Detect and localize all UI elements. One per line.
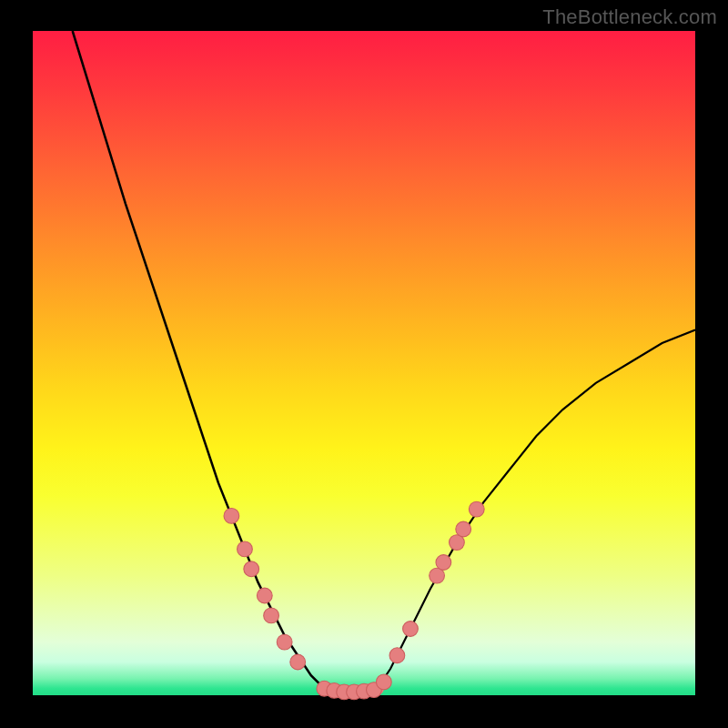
data-marker <box>290 654 306 670</box>
data-marker <box>277 634 292 650</box>
curve-group <box>73 31 695 692</box>
marker-group <box>224 501 484 700</box>
data-marker <box>403 622 419 637</box>
watermark-text: TheBottleneck.com <box>542 5 717 29</box>
right-curve-path <box>378 330 695 689</box>
data-marker <box>436 555 451 571</box>
plot-area <box>33 31 695 695</box>
data-marker <box>456 521 471 537</box>
data-marker <box>224 509 239 524</box>
chart-container: TheBottleneck.com <box>0 0 728 728</box>
data-marker <box>389 648 405 663</box>
data-marker <box>238 541 253 557</box>
left-curve-path <box>73 31 325 689</box>
data-marker <box>376 674 391 690</box>
data-marker <box>264 608 279 623</box>
data-marker <box>257 588 272 603</box>
data-marker <box>469 501 484 517</box>
chart-svg <box>33 31 695 695</box>
data-marker <box>244 561 259 577</box>
